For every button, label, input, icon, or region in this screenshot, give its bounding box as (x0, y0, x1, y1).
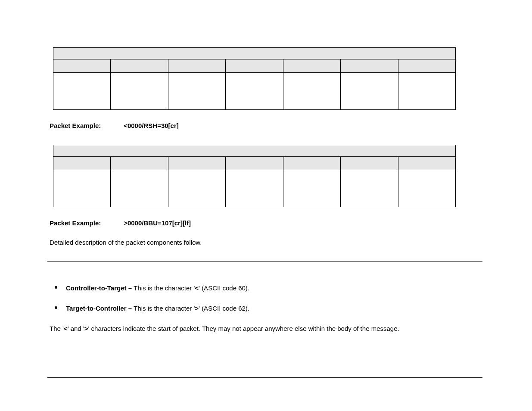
table-row (53, 59, 456, 73)
packet-example-2: Packet Example: >0000/BBU=107[cr][lf] (50, 219, 482, 227)
table-row (53, 170, 456, 207)
closing-part: The ' (50, 325, 64, 332)
closing-char: > (84, 325, 88, 332)
bullet-char: < (195, 284, 199, 292)
packet-table-1 (53, 47, 456, 110)
bullet-icon (55, 306, 57, 309)
bullet-text-post: ' (ASCII code 60). (199, 284, 249, 292)
packet-example-value: <0000/RSH=30[cr] (124, 122, 179, 129)
table-row (53, 48, 456, 59)
list-item: Controller-to-Target – This is the chara… (55, 283, 482, 293)
packet-example-label: Packet Example: (50, 219, 122, 227)
table-row (53, 145, 456, 157)
bullet-bold: Controller-to-Target – (66, 284, 134, 292)
bullet-text-pre: This is the character ' (134, 305, 195, 312)
table-row (53, 157, 456, 170)
description-text: Detailed description of the packet compo… (50, 239, 482, 246)
packet-example-label: Packet Example: (50, 122, 122, 129)
closing-part: ' and ' (68, 325, 84, 332)
footer-divider (47, 377, 482, 378)
bullet-bold: Target-to-Controller – (66, 305, 134, 312)
packet-table-2 (53, 145, 456, 207)
bullet-text-pre: This is the character ' (134, 284, 195, 292)
bullet-icon (55, 286, 57, 289)
table-row (53, 73, 456, 110)
section-divider (47, 262, 482, 262)
packet-example-value: >0000/BBU=107[cr][lf] (124, 219, 191, 227)
closing-char: < (64, 325, 68, 332)
closing-part: ' characters indicate the start of packe… (88, 325, 399, 332)
packet-example-1: Packet Example: <0000/RSH=30[cr] (50, 122, 482, 129)
closing-text: The '<' and '>' characters indicate the … (50, 324, 482, 333)
bullet-section: Controller-to-Target – This is the chara… (50, 283, 482, 333)
document-content: Packet Example: <0000/RSH=30[cr] Packet … (50, 47, 482, 333)
bullet-char: > (195, 305, 199, 312)
list-item: Target-to-Controller – This is the chara… (55, 304, 482, 313)
bullet-text-post: ' (ASCII code 62). (199, 305, 249, 312)
